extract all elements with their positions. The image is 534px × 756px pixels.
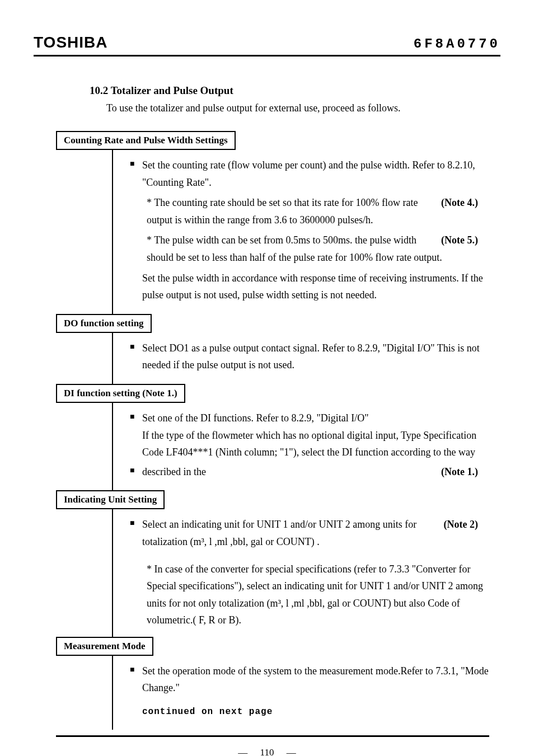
paragraph: Set one of the DI functions. Refer to 8.… [142,410,489,461]
paragraph: Set the pulse width in accordance with r… [142,270,489,304]
page-number-value: 110 [260,747,274,756]
sub-item-text: * The pulse width can be set from 0.5ms … [147,234,442,263]
step-content-counting-rate: ■ Set the counting rate (flow volume per… [112,149,489,314]
brand-logo: TOSHIBA [34,34,108,51]
section-intro: To use the totalizer and pulse output fo… [106,102,500,114]
square-bullet-icon: ■ [130,157,142,191]
square-bullet-icon: ■ [130,516,142,550]
step-box-di-function: DI function setting (Note 1.) [56,384,185,403]
sub-item: (Note 5.) * The pulse width can be set f… [147,232,489,266]
note-ref: (Note 1.) [441,463,478,481]
page: TOSHIBA 6F8A0770 10.2 Totalizer and Puls… [0,0,534,756]
page-header: TOSHIBA 6F8A0770 [34,34,500,57]
continued-label: continued on next page [142,705,489,720]
step-content-measurement-mode: ■ Set the operation mode of the system t… [112,655,489,730]
square-bullet-icon: ■ [130,410,142,461]
note-ref: (Note 2) [444,516,478,533]
step-box-measurement-mode: Measurement Mode [56,637,153,656]
paragraph-text: If the type of the flowmeter which has n… [142,430,476,458]
note-ref: (Note 5.) [441,232,478,249]
paragraph: Set the counting rate (flow volume per c… [142,157,489,191]
section-title: 10.2 Totalizer and Pulse Output [90,84,500,97]
sub-item-text: * The counting rate should be set so tha… [147,197,418,226]
square-bullet-icon: ■ [130,340,142,374]
step-box-do-function: DO function setting [56,314,152,333]
dash-icon: — [238,747,247,756]
sub-item-text: * In case of the converter for special s… [147,564,483,626]
step-content-di-function: ■ Set one of the DI functions. Refer to … [112,402,489,490]
spacer [130,705,142,720]
step-content-indicating-unit: ■ (Note 2) Select an indicating unit for… [112,508,489,637]
spacer [130,270,142,304]
sub-item: * In case of the converter for special s… [147,561,489,629]
square-bullet-icon: ■ [130,663,142,697]
paragraph: Select DO1 as a pulse output contact sig… [142,340,489,374]
paragraph-text: Select an indicating unit for UNIT 1 and… [142,519,416,547]
document-number: 6F8A0770 [414,36,500,51]
flow-block: Counting Rate and Pulse Width Settings ■… [56,131,489,730]
paragraph-text: described in the [142,466,206,477]
page-number: — 110 — [34,747,500,756]
step-box-indicating-unit: Indicating Unit Setting [56,490,165,509]
step-content-do-function: ■ Select DO1 as a pulse output contact s… [112,332,489,384]
paragraph: (Note 2) Select an indicating unit for U… [142,516,489,550]
sub-item: (Note 4.) * The counting rate should be … [147,194,489,228]
note-ref: (Note 4.) [441,194,478,212]
step-box-counting-rate: Counting Rate and Pulse Width Settings [56,131,236,150]
paragraph: (Note 1.) described in the [142,463,489,481]
dash-icon: — [287,747,296,756]
paragraph-text: Set one of the DI functions. Refer to 8.… [142,412,369,424]
paragraph: Set the operation mode of the system to … [142,663,489,697]
bottom-rule [56,735,489,737]
square-bullet-icon: ■ [130,463,142,481]
